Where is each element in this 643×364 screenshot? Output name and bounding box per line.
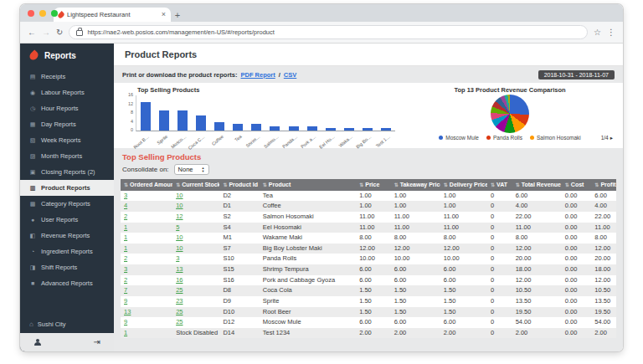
column-header[interactable]: ⇅Current Stock [172, 179, 219, 191]
zoom-window-button[interactable] [51, 10, 58, 17]
sidebar-item-user-reports[interactable]: ●User Reports [20, 212, 114, 228]
current-stock-cell[interactable]: 10 [172, 201, 219, 212]
current-stock-cell[interactable]: 5 [172, 223, 219, 233]
current-stock-cell[interactable]: 13 [172, 264, 219, 275]
profit-cell: 12.00 [591, 275, 616, 286]
ordered-amount-cell[interactable]: 4 [121, 201, 172, 212]
sidebar-item-product-reports[interactable]: ▥Product Reports [20, 180, 114, 196]
cost-cell: 0.00 [562, 328, 592, 339]
current-stock-cell[interactable]: 25 [172, 317, 219, 328]
ordered-amount-cell[interactable]: 1 [121, 328, 172, 339]
sidebar-item-ingredient-reports[interactable]: ◔Ingredient Reports [20, 244, 114, 259]
address-bar[interactable]: https://nae2-web.posios.com/management/e… [69, 25, 588, 39]
tab-close-icon[interactable]: × [162, 11, 166, 18]
current-stock-cell[interactable]: 23 [172, 296, 219, 307]
sidebar-item-label: Product Reports [41, 184, 90, 192]
column-header[interactable]: ⇅Takeaway Price [391, 179, 440, 191]
current-stock-cell[interactable]: 3 [172, 254, 219, 264]
price-cell: 1.50 [356, 296, 390, 307]
column-header[interactable]: ⇅Delivery Price [440, 179, 487, 191]
sidebar-item-month-reports[interactable]: ▨Month Reports [20, 148, 114, 164]
column-header[interactable]: ⇅Product Id [219, 179, 259, 191]
sidebar-item-hour-reports[interactable]: ◷Hour Reports [20, 100, 114, 116]
sidebar-item-receipts[interactable]: ▤Receipts [20, 69, 114, 85]
ordered-amount-cell[interactable]: 1 [121, 223, 172, 233]
current-stock-cell[interactable]: 12 [172, 212, 219, 223]
sort-icon: ⇅ [223, 182, 227, 187]
new-tab-button[interactable]: + [171, 10, 184, 20]
current-stock-cell[interactable]: 10 [172, 244, 219, 254]
reload-icon[interactable]: ↻ [56, 28, 63, 37]
legend-pagination[interactable]: 1/4 ▸ [601, 135, 613, 141]
column-header[interactable]: ⇅Total Revenue [512, 179, 562, 191]
browser-tab[interactable]: Lightspeed Restaurant × [54, 8, 171, 22]
current-stock-cell[interactable]: 10 [172, 191, 219, 202]
date-range-badge[interactable]: 2018-10-31 - 2018-11-07 [538, 70, 615, 79]
column-header[interactable]: ⇅Profit [591, 179, 616, 191]
ordered-amount-cell[interactable]: 1 [121, 233, 172, 244]
ordered-amount-cell[interactable]: 13 [121, 307, 172, 318]
sidebar-item-label: Week Reports [41, 136, 80, 144]
ordered-amount-cell[interactable]: 9 [121, 317, 172, 328]
cost-cell: 0.00 [562, 191, 592, 202]
ordered-amount-cell[interactable]: 9 [121, 296, 172, 307]
sidebar-item-labour-reports[interactable]: ◉Labour Reports [20, 85, 114, 100]
sidebar-item-category-reports[interactable]: ▩Category Reports [20, 196, 114, 212]
minimize-window-button[interactable] [39, 10, 46, 17]
ordered-amount-cell[interactable]: 2 [121, 212, 172, 223]
browser-menu-icon[interactable]: ⋮ [607, 28, 615, 37]
main-content: Product Reports Print or download the pr… [114, 44, 623, 351]
profit-cell: 12.00 [591, 244, 616, 254]
takeaway-price-cell: 6.00 [391, 317, 440, 328]
category-reports-icon: ▩ [29, 201, 36, 208]
legend-next-icon[interactable]: ▸ [610, 135, 613, 141]
sidebar-item-advanced-reports[interactable]: ■Advanced Reports [20, 275, 114, 291]
current-stock-cell[interactable]: 10 [172, 233, 219, 244]
pie-chart-panel: Top 13 Product Revenue Comparison Moscow… [404, 86, 616, 146]
column-header[interactable]: ⇅Ordered Amount [121, 179, 172, 191]
sort-icon: ⇅ [565, 182, 569, 187]
delivery-price-cell: 12.00 [440, 244, 487, 254]
sidebar-item-shift-reports[interactable]: ◨Shift Reports [20, 259, 114, 275]
closing-reports-icon: ▣ [29, 169, 36, 176]
column-header[interactable]: ⇅Cost [562, 179, 592, 191]
lightspeed-favicon [57, 11, 65, 19]
current-stock-cell[interactable]: 25 [172, 285, 219, 296]
back-icon[interactable]: ← [28, 28, 36, 37]
total-revenue-cell: 12.00 [512, 275, 562, 286]
sidebar-item-label: Hour Reports [41, 105, 79, 112]
ordered-amount-cell[interactable]: 3 [121, 191, 172, 202]
consolidate-select[interactable]: None ▲▼ [174, 164, 209, 175]
sidebar-item-week-reports[interactable]: ▧Week Reports [20, 132, 114, 148]
sidebar-item-label: Advanced Reports [41, 279, 93, 287]
sidebar-item-label: Category Reports [41, 200, 90, 208]
sidebar-logo-row: Reports [20, 44, 114, 69]
bar [289, 126, 299, 131]
ordered-amount-cell[interactable]: 7 [121, 285, 172, 296]
user-profile-icon[interactable] [33, 339, 41, 346]
column-header[interactable]: ⇅Price [356, 179, 390, 191]
current-stock-cell[interactable]: 25 [172, 307, 219, 318]
ordered-amount-cell[interactable]: 1 [121, 244, 172, 254]
bar-xlabels: Root B…SpriteMosco…Coca C…CoffeeTeaShrim… [136, 132, 395, 147]
sidebar-item-closing-reports[interactable]: ▣Closing Reports (2) [20, 164, 114, 180]
legend-page-label: 1/4 [601, 135, 609, 141]
ordered-amount-cell[interactable]: 2 [121, 254, 172, 264]
ordered-amount-cell[interactable]: 3 [121, 264, 172, 275]
csv-link[interactable]: CSV [284, 71, 296, 79]
pdf-report-link[interactable]: PDF Report [241, 71, 275, 79]
bookmark-star-icon[interactable]: ☆ [594, 28, 601, 37]
ordered-amount-cell[interactable]: 2 [121, 275, 172, 286]
sidebar-item-day-reports[interactable]: ▦Day Reports [20, 116, 114, 132]
column-header[interactable]: ⇅VAT [487, 179, 512, 191]
takeaway-price-cell: 6.00 [391, 264, 440, 275]
pie-legend: Moscow MulePanda RollsSalmon Hosomaki 1/… [404, 135, 616, 141]
close-window-button[interactable] [28, 10, 34, 17]
sidebar-item-revenue-reports[interactable]: ◧Revenue Reports [20, 228, 114, 244]
takeaway-price-cell: 10.00 [391, 254, 440, 264]
location-selector[interactable]: ⌂ Sushi City [20, 317, 114, 331]
column-header[interactable]: ⇅Product [260, 179, 356, 191]
forward-icon[interactable]: → [42, 28, 50, 37]
logout-icon[interactable]: ⇥ [94, 338, 100, 346]
current-stock-cell[interactable]: 16 [172, 275, 219, 286]
